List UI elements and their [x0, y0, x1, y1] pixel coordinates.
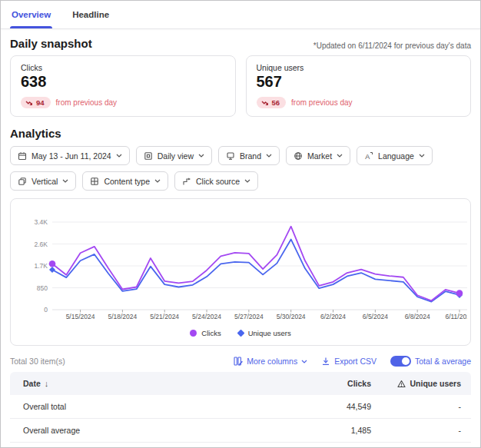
content-type-filter[interactable]: Content type	[82, 171, 168, 191]
trend-down-icon	[25, 99, 33, 107]
row-unique-users: -	[371, 402, 471, 411]
analytics-chart[interactable]: 08501.7K2.6K3.4K5/15/20245/18/20245/21/2…	[18, 204, 467, 320]
row-clicks: 44,549	[287, 402, 371, 411]
updated-note: *Updated on 6/11/2024 for previous day's…	[313, 41, 471, 50]
table-row[interactable]: Overall average 1,485 -	[10, 419, 471, 443]
tab-overview[interactable]: Overview	[12, 1, 51, 28]
market-filter[interactable]: Market	[286, 146, 350, 165]
export-csv-label: Export CSV	[334, 357, 377, 366]
view-granularity-label: Daily view	[158, 151, 194, 161]
total-average-label: Total & average	[415, 357, 471, 366]
view-granularity-filter[interactable]: Daily view	[136, 146, 212, 165]
language-icon: A	[364, 151, 373, 161]
table-header-row: Date ↓ Clicks Unique users	[10, 372, 471, 395]
brand-icon	[226, 151, 235, 161]
clicks-card-value: 638	[21, 73, 225, 91]
svg-text:1.7K: 1.7K	[35, 262, 48, 270]
chevron-down-icon	[419, 154, 425, 158]
column-header-unique-users[interactable]: Unique users	[371, 379, 471, 388]
click-source-icon	[182, 177, 191, 186]
chevron-down-icon	[244, 179, 250, 183]
click-source-label: Click source	[196, 177, 240, 186]
chevron-down-icon	[116, 154, 122, 158]
unique-users-card-label: Unique users	[257, 63, 461, 72]
language-label: Language	[378, 151, 414, 161]
date-range-filter[interactable]: May 13 - Jun 11, 2024	[10, 146, 130, 165]
market-icon	[294, 151, 303, 161]
legend-unique-users[interactable]: Unique users	[238, 329, 291, 337]
vertical-icon	[18, 177, 27, 186]
clicks-delta-value: 94	[36, 98, 45, 107]
svg-text:5/18/2024: 5/18/2024	[108, 313, 137, 320]
table-row[interactable]: 6/11/2024 638 567	[10, 443, 471, 448]
table-toolbar: Total 30 item(s) More columns	[10, 356, 471, 367]
vertical-label: Vertical	[32, 177, 58, 186]
content-type-label: Content type	[104, 177, 150, 186]
date-range-label: May 13 - Jun 11, 2024	[32, 151, 111, 161]
clicks-series-swatch	[190, 330, 197, 337]
click-source-filter[interactable]: Click source	[174, 171, 258, 191]
svg-text:5/21/2024: 5/21/2024	[150, 313, 179, 320]
export-csv-button[interactable]: Export CSV	[321, 357, 377, 366]
legend-unique-users-label: Unique users	[248, 329, 291, 337]
analytics-title: Analytics	[10, 127, 471, 140]
svg-text:0: 0	[44, 306, 48, 314]
analytics-chart-card: 08501.7K2.6K3.4K5/15/20245/18/20245/21/2…	[10, 198, 471, 346]
svg-text:6/11/2024: 6/11/2024	[445, 313, 467, 320]
calendar-icon	[18, 151, 27, 161]
chevron-down-icon	[62, 179, 68, 183]
svg-text:850: 850	[37, 284, 48, 292]
unique-users-series-swatch	[237, 329, 244, 337]
brand-label: Brand	[240, 151, 261, 161]
chevron-down-icon	[154, 179, 161, 183]
daily-snapshot-title: Daily snapshot	[10, 37, 92, 50]
unique-users-card-value: 567	[257, 73, 461, 91]
chevron-down-icon	[266, 154, 272, 158]
svg-text:6/2/2024: 6/2/2024	[320, 313, 346, 320]
total-items-label: Total 30 item(s)	[10, 357, 65, 366]
dashboard-page: Overview Headline Daily snapshot *Update…	[0, 0, 481, 448]
brand-filter[interactable]: Brand	[218, 146, 280, 165]
chevron-down-icon	[198, 154, 204, 158]
tab-headline[interactable]: Headline	[72, 1, 109, 28]
unique-users-delta-badge: 56	[257, 97, 287, 108]
legend-clicks[interactable]: Clicks	[190, 329, 221, 337]
top-tab-bar: Overview Headline	[1, 1, 480, 29]
daily-view-icon	[144, 151, 153, 161]
unique-users-card: Unique users 567 56 from previous day	[246, 55, 472, 117]
total-average-toggle[interactable]	[390, 356, 411, 367]
row-clicks: 1,485	[287, 426, 371, 435]
market-label: Market	[307, 151, 332, 161]
chevron-down-icon	[301, 360, 307, 363]
svg-text:2.6K: 2.6K	[35, 241, 48, 248]
column-header-date[interactable]: Date ↓	[10, 379, 287, 388]
more-columns-label: More columns	[247, 357, 297, 366]
row-date: Overall average	[10, 426, 287, 435]
trend-down-icon	[261, 99, 269, 107]
chevron-down-icon	[337, 154, 343, 158]
more-columns-icon	[234, 357, 243, 366]
table-row[interactable]: Overall total 44,549 -	[10, 395, 471, 419]
row-unique-users: -	[371, 426, 471, 435]
column-header-clicks[interactable]: Clicks	[287, 379, 371, 388]
data-table: Date ↓ Clicks Unique users Overall total…	[10, 372, 471, 448]
clicks-delta-text: from previous day	[56, 98, 117, 107]
sort-descending-icon[interactable]: ↓	[45, 379, 49, 388]
vertical-filter[interactable]: Vertical	[10, 171, 76, 191]
more-columns-button[interactable]: More columns	[234, 357, 307, 366]
clicks-card: Clicks 638 94 from previous day	[10, 55, 236, 117]
analytics-filters: May 13 - Jun 11, 2024 Daily view Brand	[10, 146, 471, 191]
content-type-icon	[90, 177, 99, 186]
language-filter[interactable]: A Language	[357, 146, 433, 165]
svg-text:6/5/2024: 6/5/2024	[363, 313, 388, 320]
svg-text:6/8/2024: 6/8/2024	[405, 313, 430, 320]
svg-text:3.4K: 3.4K	[35, 218, 48, 226]
total-average-control: Total & average	[390, 356, 471, 367]
unique-users-delta-text: from previous day	[291, 98, 352, 107]
download-icon	[321, 357, 330, 366]
row-date: Overall total	[10, 402, 287, 411]
clicks-card-label: Clicks	[21, 63, 225, 72]
unique-users-delta-value: 56	[272, 98, 280, 107]
svg-text:A: A	[365, 153, 370, 161]
svg-text:5/24/2024: 5/24/2024	[192, 313, 221, 320]
